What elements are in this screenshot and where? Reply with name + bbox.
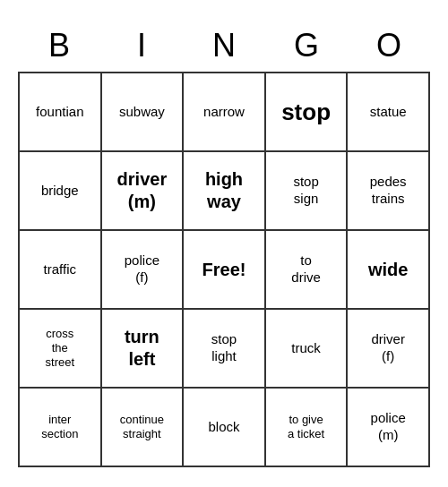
cell-11[interactable]: police(f) [102,231,185,310]
cell-10[interactable]: traffic [20,231,102,310]
cell-17[interactable]: stoplight [184,310,266,389]
bingo-card: BINGO fountiansubwaynarrowstopstatuebrid… [9,11,439,476]
header-letter-N: N [183,20,265,72]
cell-22[interactable]: block [184,389,266,467]
cell-9[interactable]: pedestrains [348,152,430,231]
cell-7[interactable]: highway [184,152,266,231]
header-letter-O: O [348,20,430,72]
cell-19[interactable]: driver(f) [348,310,430,389]
cell-18[interactable]: truck [266,310,349,389]
cell-1[interactable]: subway [102,73,185,152]
bingo-grid: fountiansubwaynarrowstopstatuebridgedriv… [18,72,430,467]
bingo-header: BINGO [18,20,430,72]
cell-16[interactable]: turnleft [102,310,185,389]
cell-5[interactable]: bridge [20,152,102,231]
cell-20[interactable]: intersection [20,389,102,467]
cell-14[interactable]: wide [348,231,430,310]
header-letter-I: I [100,20,183,72]
cell-0[interactable]: fountian [20,73,102,152]
header-letter-G: G [265,20,348,72]
cell-21[interactable]: continuestraight [102,389,185,467]
cell-24[interactable]: police(m) [348,389,430,467]
cell-6[interactable]: driver(m) [102,152,185,231]
cell-23[interactable]: to givea ticket [266,389,349,467]
cell-2[interactable]: narrow [184,73,266,152]
cell-12[interactable]: Free! [184,231,266,310]
cell-15[interactable]: crossthestreet [20,310,102,389]
cell-13[interactable]: todrive [266,231,349,310]
header-letter-B: B [18,20,100,72]
cell-3[interactable]: stop [266,73,349,152]
cell-8[interactable]: stopsign [266,152,349,231]
cell-4[interactable]: statue [348,73,430,152]
